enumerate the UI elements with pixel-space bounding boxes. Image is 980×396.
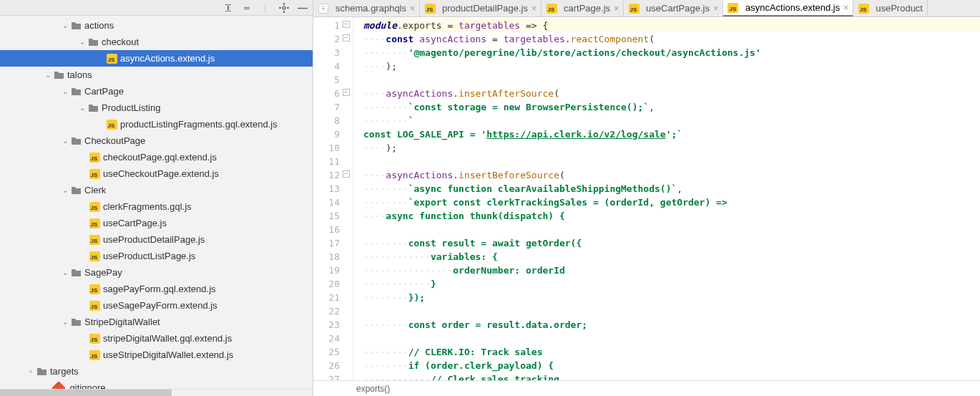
- tree-item[interactable]: JSclerkFragments.gql.js: [0, 198, 313, 215]
- breadcrumb-bar[interactable]: exports(): [313, 380, 980, 396]
- line-number[interactable]: 2−: [313, 32, 340, 46]
- tree-item[interactable]: .gitignore: [0, 380, 313, 389]
- code-line[interactable]: ········});: [363, 291, 980, 304]
- code-line[interactable]: module.exports = targetables => {: [363, 19, 980, 32]
- code-line[interactable]: ········`export const clerkTrackingSales…: [363, 195, 980, 209]
- tree-item[interactable]: JScheckoutPage.gql.extend.js: [0, 149, 313, 165]
- tree-item[interactable]: JSuseCheckoutPage.extend.js: [0, 165, 313, 182]
- tree-item[interactable]: JSuseCartPage.js: [0, 215, 313, 231]
- collapse-all-icon[interactable]: [241, 2, 253, 14]
- close-icon[interactable]: ×: [614, 4, 619, 14]
- tree-item[interactable]: JSstripeDigitalWallet.gql.extend.js: [0, 330, 313, 347]
- code-line[interactable]: ········if (order.clerk_payload) {: [363, 359, 980, 372]
- editor-tab[interactable]: JSproductDetailPage.js×: [420, 0, 542, 16]
- close-icon[interactable]: ×: [410, 4, 415, 14]
- line-number[interactable]: 11: [313, 155, 340, 168]
- chevron-down-icon[interactable]: ⌄: [60, 21, 70, 29]
- code-line[interactable]: ········'@magento/peregrine/lib/store/ac…: [363, 46, 980, 59]
- code-line[interactable]: ····);: [363, 59, 980, 73]
- line-number[interactable]: 16: [313, 223, 340, 236]
- code-line[interactable]: [363, 332, 980, 345]
- chevron-down-icon[interactable]: ⌄: [77, 104, 87, 112]
- code-line[interactable]: ········`async function clearAvailableSh…: [363, 182, 980, 195]
- tree-item[interactable]: ⌄Clerk: [0, 182, 313, 198]
- sidebar-h-scrollbar[interactable]: [0, 389, 313, 396]
- fold-icon[interactable]: −: [343, 21, 350, 28]
- hide-icon[interactable]: —: [297, 2, 308, 14]
- expand-all-icon[interactable]: [222, 2, 234, 14]
- line-number[interactable]: 14: [313, 195, 340, 209]
- tree-item[interactable]: JSuseProductDetailPage.js: [0, 231, 313, 248]
- line-number[interactable]: 27: [313, 372, 340, 380]
- code-line[interactable]: ····async function thunk(dispatch) {: [363, 209, 980, 223]
- line-number[interactable]: 17: [313, 236, 340, 250]
- tree-item[interactable]: ›targets: [0, 363, 313, 380]
- line-number[interactable]: 22: [313, 304, 340, 318]
- chevron-down-icon[interactable]: ⌄: [60, 87, 70, 95]
- line-number[interactable]: 5: [313, 73, 340, 87]
- tree-item[interactable]: ⌄ProductListing: [0, 100, 313, 116]
- code-line[interactable]: ············}: [363, 277, 980, 291]
- chevron-down-icon[interactable]: ⌄: [60, 186, 70, 194]
- code-line[interactable]: ········`: [363, 114, 980, 127]
- line-number[interactable]: 13: [313, 182, 340, 195]
- code-line[interactable]: const LOG_SALE_API = 'https://api.clerk.…: [363, 127, 980, 141]
- line-number[interactable]: 7: [313, 100, 340, 114]
- close-icon[interactable]: ×: [713, 4, 718, 14]
- tree-item[interactable]: JSasyncActions.extend.js: [0, 50, 313, 67]
- editor-tab[interactable]: JSuseCartPage.js×: [624, 0, 723, 16]
- line-number[interactable]: 20: [313, 277, 340, 291]
- tree-item[interactable]: JSuseStripeDigitalWallet.extend.js: [0, 347, 313, 363]
- code-line[interactable]: [363, 223, 980, 236]
- code-line[interactable]: [363, 155, 980, 168]
- fold-icon[interactable]: −: [343, 34, 350, 42]
- code-line[interactable]: ····const asyncActions = targetables.rea…: [363, 32, 980, 46]
- tree-item[interactable]: ⌄actions: [0, 17, 313, 34]
- line-number[interactable]: 10: [313, 141, 340, 155]
- code-line[interactable]: ············// Clerk sales tracking: [363, 372, 980, 380]
- tree-item[interactable]: JSproductListingFragments.gql.extend.js: [0, 116, 313, 132]
- chevron-right-icon[interactable]: ›: [26, 367, 36, 375]
- line-number[interactable]: 15: [313, 209, 340, 223]
- editor-tab[interactable]: JSuseProduct: [853, 0, 928, 16]
- chevron-down-icon[interactable]: ⌄: [43, 71, 53, 79]
- chevron-down-icon[interactable]: ⌄: [60, 318, 70, 326]
- tree-item[interactable]: ⌄CheckoutPage: [0, 132, 313, 149]
- line-number[interactable]: 25: [313, 345, 340, 359]
- code-line[interactable]: ····asyncActions.insertBeforeSource(: [363, 168, 980, 182]
- line-number[interactable]: 21: [313, 291, 340, 304]
- editor-tab[interactable]: ≡schema.graphqls×: [313, 0, 420, 16]
- code-line[interactable]: ········// CLERK.IO: Track sales: [363, 345, 980, 359]
- code-line[interactable]: ····asyncActions.insertAfterSource(: [363, 87, 980, 100]
- code-line[interactable]: ····);: [363, 141, 980, 155]
- settings-icon[interactable]: [278, 2, 290, 14]
- fold-icon[interactable]: −: [343, 89, 350, 96]
- code-line[interactable]: ········`const storage = new BrowserPers…: [363, 100, 980, 114]
- tree-item[interactable]: JSsagePayForm.gql.extend.js: [0, 281, 313, 297]
- chevron-down-icon[interactable]: ⌄: [60, 269, 70, 276]
- project-tree[interactable]: ⌄actions⌄checkoutJSasyncActions.extend.j…: [0, 16, 313, 389]
- code-area[interactable]: 1−2−3456−789101112−131415161718192021222…: [313, 17, 980, 380]
- editor-tab[interactable]: JSasyncActions.extend.js×: [723, 0, 853, 17]
- breadcrumb-text[interactable]: exports(): [356, 384, 390, 394]
- tree-item[interactable]: JSuseProductListPage.js: [0, 248, 313, 264]
- tree-item[interactable]: JSuseSagePayForm.extend.js: [0, 297, 313, 314]
- line-number[interactable]: 9: [313, 127, 340, 141]
- line-number[interactable]: 1−: [313, 19, 340, 32]
- code-content[interactable]: module.exports = targetables => {····con…: [353, 17, 980, 380]
- tree-item[interactable]: ⌄SagePay: [0, 264, 313, 281]
- line-number[interactable]: 8: [313, 114, 340, 127]
- editor-tab[interactable]: JScartPage.js×: [542, 0, 624, 16]
- close-icon[interactable]: ×: [843, 3, 848, 13]
- line-number[interactable]: 3: [313, 46, 340, 59]
- line-number[interactable]: 4: [313, 59, 340, 73]
- chevron-down-icon[interactable]: ⌄: [77, 38, 87, 46]
- code-line[interactable]: [363, 73, 980, 87]
- tree-item[interactable]: ⌄CartPage: [0, 83, 313, 100]
- code-line[interactable]: ········const order = result.data.order;: [363, 318, 980, 332]
- code-line[interactable]: ········const result = await getOrder({: [363, 236, 980, 250]
- fold-icon[interactable]: −: [343, 170, 350, 178]
- code-line[interactable]: ················orderNumber: orderId: [363, 264, 980, 277]
- line-number[interactable]: 26: [313, 359, 340, 372]
- close-icon[interactable]: ×: [531, 4, 536, 14]
